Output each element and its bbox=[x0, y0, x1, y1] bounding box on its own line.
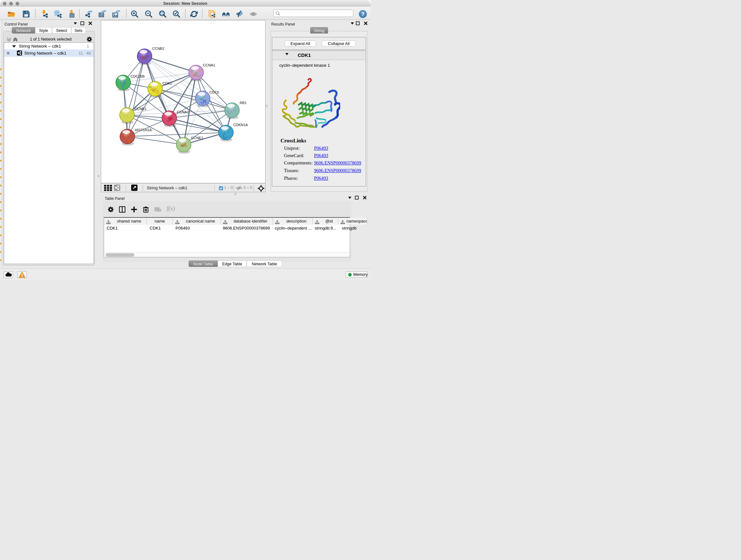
svg-text:RB1: RB1 bbox=[240, 101, 247, 105]
svg-text:HIST1H1A: HIST1H1A bbox=[135, 128, 152, 132]
svg-text:?: ? bbox=[361, 11, 364, 17]
svg-text:CCNA2: CCNA2 bbox=[177, 110, 189, 114]
svg-text:CCNA1: CCNA1 bbox=[203, 63, 215, 67]
svg-text:CCNB1: CCNB1 bbox=[134, 107, 146, 111]
svg-text:CDC25B: CDC25B bbox=[131, 74, 145, 78]
svg-text:CDKN1A: CDKN1A bbox=[233, 123, 248, 127]
svg-text:CDC6: CDC6 bbox=[209, 90, 219, 94]
svg-text:CCNB2: CCNB2 bbox=[152, 47, 164, 51]
svg-text:CCNE1: CCNE1 bbox=[191, 136, 203, 140]
svg-text:CDK1: CDK1 bbox=[162, 81, 172, 85]
